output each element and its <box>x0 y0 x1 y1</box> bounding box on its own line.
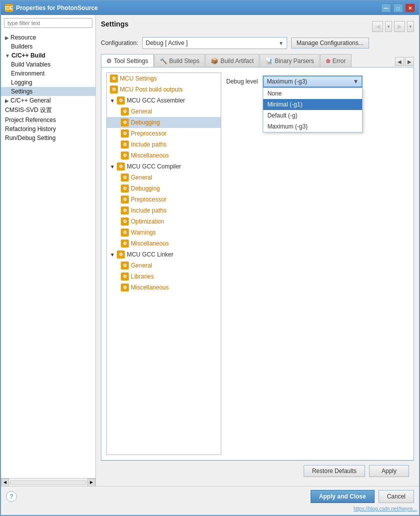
filter-input[interactable] <box>4 18 92 28</box>
config-row: Configuration: Debug [ Active ] ▼ Manage… <box>101 37 414 49</box>
stree-label: Preprocessor <box>131 130 166 137</box>
tab-binary-parsers[interactable]: 📊 Binary Parsers <box>260 54 320 67</box>
stree-gcc-general[interactable]: ⚙ General <box>107 172 221 183</box>
scroll-track[interactable] <box>10 480 86 484</box>
stree-icon: ⚙ <box>121 240 129 248</box>
stree-icon: ⚙ <box>121 262 129 270</box>
stree-mcu-gcc-linker[interactable]: ▼ ⚙ MCU GCC Linker <box>107 249 221 260</box>
stree-mcu-gcc-compiler[interactable]: ▼ ⚙ MCU GCC Compiler <box>107 161 221 172</box>
footer-bar: ? Apply and Close Cancel <box>1 486 419 506</box>
scroll-left-button[interactable]: ◀ <box>1 478 9 486</box>
tab-build-steps[interactable]: 🔨 Build Steps <box>154 54 205 67</box>
stree-gcc-optimization[interactable]: ⚙ Optimization <box>107 216 221 227</box>
stree-arrow-icon: ▼ <box>110 252 115 258</box>
sidebar-item-settings[interactable]: Settings <box>1 87 95 96</box>
sidebar-item-build-variables[interactable]: Build Variables <box>1 60 95 69</box>
tool-settings-icon: ⚙ <box>106 58 112 64</box>
binary-parsers-icon: 📊 <box>265 58 273 64</box>
stree-linker-miscellaneous[interactable]: ⚙ Miscellaneous <box>107 282 221 293</box>
sidebar-item-label: Run/Debug Setting <box>5 134 55 142</box>
sidebar-item-label: C/C++ General <box>10 97 51 104</box>
sidebar-item-label: Resource <box>10 34 36 41</box>
tab-scroll-right-button[interactable]: ▶ <box>405 57 414 66</box>
stree-arrow-icon: ▼ <box>110 98 115 104</box>
sidebar-item-label: Refactoring History <box>5 126 56 132</box>
debug-option-maximum[interactable]: Maximum (-g3) <box>263 121 362 132</box>
stree-asm-debugging[interactable]: ⚙ Debugging <box>107 117 221 128</box>
sidebar-item-cpp-build[interactable]: ▼ C/C++ Build <box>1 51 95 60</box>
debug-option-none[interactable]: None <box>263 88 362 99</box>
cancel-button[interactable]: Cancel <box>379 490 414 503</box>
stree-gcc-miscellaneous[interactable]: ⚙ Miscellaneous <box>107 238 221 249</box>
sidebar-item-environment[interactable]: Environment <box>1 69 95 78</box>
scroll-right-button[interactable]: ▶ <box>87 478 95 486</box>
sidebar-item-run-debug[interactable]: Run/Debug Setting <box>1 134 95 142</box>
stree-mcu-post-build[interactable]: ⚙ MCU Post build outputs <box>107 84 221 95</box>
stree-icon: ⚙ <box>121 218 129 226</box>
sidebar-item-resource[interactable]: ▶ Resource <box>1 33 95 42</box>
stree-asm-preprocessor[interactable]: ⚙ Preprocessor <box>107 128 221 139</box>
resource-arrow-icon: ▶ <box>5 35 9 40</box>
stree-icon: ⚙ <box>121 152 129 160</box>
app-icon: IDE <box>5 4 13 12</box>
debug-option-default[interactable]: Default (-g) <box>263 110 362 121</box>
minimize-button[interactable]: — <box>381 4 391 12</box>
stree-icon: ⚙ <box>121 228 129 236</box>
sidebar-item-cpp-general[interactable]: ▶ C/C++ General <box>1 96 95 105</box>
settings-right-panel: Debug level Maximum (-g3) ▼ None Minimal… <box>226 72 409 455</box>
tab-tool-settings[interactable]: ⚙ Tool Settings <box>101 54 154 67</box>
tab-label: Tool Settings <box>114 58 148 64</box>
sidebar-item-cmsis-svd[interactable]: CMSIS-SVD 设置 <box>1 105 95 116</box>
stree-asm-miscellaneous[interactable]: ⚙ Miscellaneous <box>107 150 221 161</box>
back-dropdown-button[interactable]: ▼ <box>385 21 392 32</box>
stree-linker-general[interactable]: ⚙ General <box>107 260 221 271</box>
sidebar-item-logging[interactable]: Logging <box>1 78 95 87</box>
stree-label: General <box>131 108 152 115</box>
stree-gcc-include-paths[interactable]: ⚙ Include paths <box>107 205 221 216</box>
tab-scroll-left-button[interactable]: ◀ <box>395 57 404 66</box>
close-button[interactable]: ✕ <box>405 4 415 12</box>
stree-label: Warnings <box>131 229 156 236</box>
debug-level-value: Maximum (-g3) <box>267 78 307 85</box>
stree-gcc-debugging[interactable]: ⚙ Debugging <box>107 183 221 194</box>
help-button[interactable]: ? <box>6 491 17 502</box>
stree-asm-general[interactable]: ⚙ General <box>107 106 221 117</box>
debug-option-minimal[interactable]: Minimal (-g1) <box>263 99 362 110</box>
debug-level-dropdown[interactable]: Maximum (-g3) ▼ <box>263 76 363 88</box>
stree-arrow-icon: ▼ <box>110 164 115 170</box>
bottom-buttons: Restore Defaults Apply <box>101 460 414 481</box>
back-button[interactable]: ◀ <box>372 21 383 32</box>
maximize-button[interactable]: □ <box>393 4 403 12</box>
forward-dropdown-button[interactable]: ▼ <box>407 21 414 32</box>
sidebar-item-refactoring[interactable]: Refactoring History <box>1 124 95 134</box>
footer-right: Apply and Close Cancel <box>311 490 414 503</box>
sidebar-item-builders[interactable]: Builders <box>1 42 95 51</box>
stree-mcu-gcc-assembler[interactable]: ▼ ⚙ MCU GCC Assembler <box>107 95 221 106</box>
config-dropdown[interactable]: Debug [ Active ] ▼ <box>142 37 287 49</box>
restore-defaults-button[interactable]: Restore Defaults <box>304 465 365 477</box>
tab-build-artifact[interactable]: 📦 Build Artifact <box>205 54 259 67</box>
stree-gcc-warnings[interactable]: ⚙ Warnings <box>107 227 221 238</box>
titlebar-controls: — □ ✕ <box>381 4 415 12</box>
stree-mcu-settings[interactable]: ⚙ MCU Settings <box>107 73 221 84</box>
stree-linker-libraries[interactable]: ⚙ Libraries <box>107 271 221 282</box>
sidebar-item-project-references[interactable]: Project References <box>1 116 95 124</box>
stree-gcc-preprocessor[interactable]: ⚙ Preprocessor <box>107 194 221 205</box>
tab-error[interactable]: ⊗ Error <box>320 54 352 67</box>
stree-label: Miscellaneous <box>131 240 169 247</box>
stree-icon: ⚙ <box>117 162 125 170</box>
stree-label: Miscellaneous <box>131 152 169 159</box>
apply-button[interactable]: Apply <box>369 465 409 477</box>
forward-button[interactable]: ▶ <box>394 21 405 32</box>
stree-icon: ⚙ <box>121 284 129 292</box>
config-label: Configuration: <box>101 40 138 46</box>
tab-label: Build Steps <box>169 58 200 64</box>
stree-icon: ⚙ <box>121 272 129 280</box>
stree-icon: ⚙ <box>121 184 129 192</box>
tab-label: Binary Parsers <box>275 58 314 64</box>
apply-and-close-button[interactable]: Apply and Close <box>311 490 375 503</box>
stree-icon: ⚙ <box>121 140 129 148</box>
manage-configurations-button[interactable]: Manage Configurations... <box>291 38 369 48</box>
tab-label: Error <box>333 58 346 64</box>
stree-asm-include-paths[interactable]: ⚙ Include paths <box>107 139 221 150</box>
